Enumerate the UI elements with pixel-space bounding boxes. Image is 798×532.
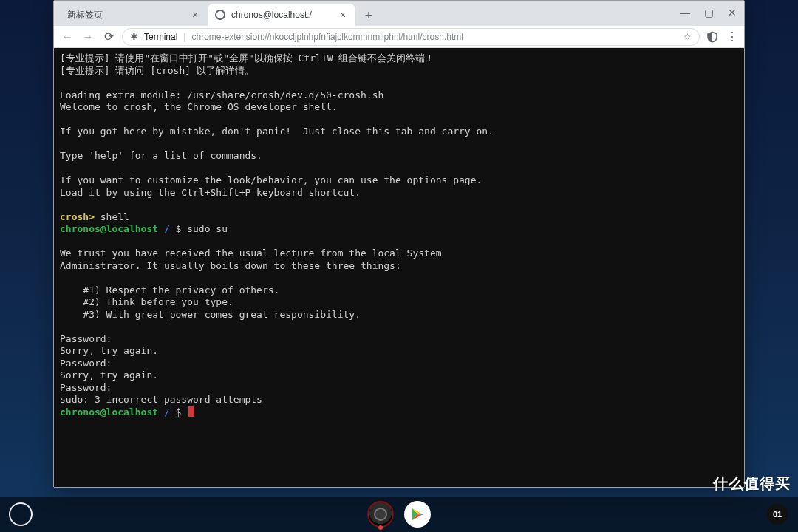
shelf-apps — [367, 501, 431, 528]
reload-button[interactable]: ⟳ — [101, 30, 116, 44]
recording-dot-icon — [378, 525, 383, 530]
terminal-line: We trust you have received the usual lec… — [60, 248, 442, 259]
terminal-line: Loading extra module: /usr/share/crosh/d… — [60, 89, 383, 100]
address-bar[interactable]: ✱ Terminal | chrome-extension://nkoccljp… — [122, 28, 700, 46]
close-window-button[interactable]: ✕ — [725, 5, 740, 20]
terminal-line: Sorry, try again. — [60, 369, 158, 381]
terminal-line: If you want to customize the look/behavi… — [60, 174, 482, 185]
terminal-line: If you got here by mistake, don't panic!… — [60, 126, 494, 137]
terminal-line: Password: — [60, 382, 117, 393]
crosh-prompt: crosh> — [60, 211, 95, 222]
divider: | — [183, 32, 185, 42]
ps1-dollar: $ — [176, 223, 188, 234]
terminal-line: Sorry, try again. — [60, 345, 158, 356]
ps1-path: / — [158, 223, 175, 234]
forward-button[interactable]: → — [81, 30, 95, 44]
ps1-dollar: $ — [176, 406, 188, 417]
bookmark-star-icon[interactable]: ☆ — [683, 32, 692, 42]
browser-window: 新标签页 × chronos@localhost:/ × + — ▢ ✕ ← →… — [53, 0, 745, 488]
terminal-line: Password: — [60, 333, 117, 344]
tab-strip: 新标签页 × chronos@localhost:/ × + — ▢ ✕ — [54, 1, 744, 26]
tab-title: chronos@localhost:/ — [231, 10, 338, 20]
app-chip-label: Terminal — [144, 32, 177, 42]
terminal-line: Load it by using the Ctrl+Shift+P keyboa… — [60, 187, 361, 198]
terminal-line: sudo su — [187, 223, 228, 234]
window-controls: — ▢ ✕ — [678, 5, 740, 20]
camera-app-icon[interactable] — [367, 501, 394, 528]
maximize-button[interactable]: ▢ — [701, 5, 716, 20]
tab-new-tab[interactable]: 新标签页 × — [60, 4, 208, 26]
globe-icon — [215, 10, 225, 20]
new-tab-button[interactable]: + — [358, 5, 379, 26]
tray-badge[interactable]: 01 — [767, 504, 788, 525]
tray-text: 01 — [773, 510, 782, 519]
chromeos-shelf: 01 — [0, 497, 798, 532]
terminal-line: Welcome to crosh, the Chrome OS develope… — [60, 101, 338, 112]
terminal-line: #2) Think before you type. — [60, 296, 233, 307]
terminal-output[interactable]: [专业提示] 请使用"在窗口中打开"或"全屏"以确保按 Ctrl+W 组合键不会… — [54, 48, 744, 487]
tab-crosh[interactable]: chronos@localhost:/ × — [208, 4, 355, 26]
terminal-line: [专业提示] 请访问 [crosh] 以了解详情。 — [60, 65, 254, 76]
tab-title: 新标签页 — [67, 9, 190, 21]
terminal-line: #1) Respect the privacy of others. — [60, 284, 279, 296]
kebab-menu-icon[interactable]: ⋮ — [726, 30, 738, 44]
minimize-button[interactable]: — — [678, 5, 692, 20]
play-store-icon[interactable] — [404, 501, 431, 528]
launcher-button[interactable] — [9, 502, 33, 526]
status-tray[interactable]: 01 — [767, 504, 788, 525]
terminal-line: Administrator. It usually boils down to … — [60, 260, 401, 271]
ps1-user: chronos@localhost — [60, 406, 158, 417]
terminal-line: shell — [95, 211, 129, 222]
extension-icon: ✱ — [130, 31, 138, 42]
close-icon[interactable]: × — [190, 10, 200, 20]
back-button[interactable]: ← — [60, 30, 75, 44]
cursor-icon — [188, 406, 194, 417]
browser-toolbar: ← → ⟳ ✱ Terminal | chrome-extension://nk… — [54, 26, 744, 48]
watermark-text: 什么值得买 — [713, 474, 791, 494]
close-icon[interactable]: × — [338, 10, 348, 20]
terminal-line: #3) With great power comes great respons… — [60, 309, 361, 320]
terminal-line: [专业提示] 请使用"在窗口中打开"或"全屏"以确保按 Ctrl+W 组合键不会… — [60, 52, 434, 64]
terminal-line: Type 'help' for a list of commands. — [60, 150, 262, 161]
shield-icon[interactable] — [706, 30, 719, 44]
ps1-path: / — [158, 406, 175, 417]
terminal-line: Password: — [60, 358, 117, 369]
terminal-line: sudo: 3 incorrect password attempts — [60, 394, 262, 405]
url-text: chrome-extension://nkoccljplnhpfnfiajclk… — [191, 32, 678, 42]
ps1-user: chronos@localhost — [60, 223, 158, 234]
